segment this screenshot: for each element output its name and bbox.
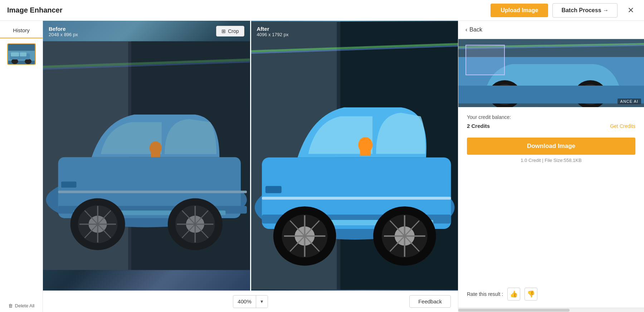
bottom-bar: 400% ▼ Feedback	[43, 291, 458, 312]
preview-selector-box[interactable]	[465, 45, 505, 75]
scroll-thumb[interactable]	[458, 309, 570, 312]
before-label: Before 2048 x 896 px	[49, 26, 78, 37]
after-label: After 4096 x 1792 px	[257, 26, 289, 37]
thumbs-up-icon: 👍	[510, 290, 518, 298]
feedback-button[interactable]: Feedback	[409, 295, 451, 308]
svg-rect-34	[43, 41, 250, 270]
zoom-value: 400%	[233, 296, 256, 308]
close-button[interactable]: ✕	[625, 4, 637, 16]
right-panel: ‹ Back AN	[458, 21, 644, 312]
scroll-track[interactable]	[458, 308, 644, 312]
svg-rect-5	[11, 52, 19, 56]
back-button[interactable]: ‹ Back	[465, 27, 482, 33]
watermark: ANCE AI	[618, 99, 641, 104]
svg-rect-70	[458, 86, 644, 104]
image-comparison-area: Before 2048 x 896 px ⊞ Crop	[43, 21, 458, 312]
batch-process-button[interactable]: Batch Process →	[552, 3, 618, 18]
thumbs-down-button[interactable]: 👎	[525, 288, 537, 301]
svg-rect-6	[20, 52, 26, 56]
file-info: 1.0 Credit | File Size:558.1KB	[467, 158, 635, 163]
svg-rect-61	[360, 149, 371, 156]
svg-rect-42	[262, 197, 451, 200]
before-text: Before	[49, 26, 78, 32]
back-arrow-icon: ‹	[465, 27, 467, 33]
app-title: Image Enhancer	[7, 6, 491, 14]
back-label: Back	[469, 27, 482, 33]
image-panels: Before 2048 x 896 px ⊞ Crop	[43, 21, 458, 291]
right-panel-preview: ANCE AI	[458, 39, 644, 107]
upload-image-button[interactable]: Upload Image	[491, 4, 548, 17]
crop-icon: ⊞	[221, 28, 226, 34]
svg-point-3	[25, 59, 31, 64]
thumbs-up-button[interactable]: 👍	[507, 288, 520, 301]
after-image	[251, 21, 458, 291]
svg-point-2	[11, 59, 18, 64]
history-label: History	[0, 21, 43, 38]
before-dimensions: 2048 x 896 px	[49, 32, 78, 37]
history-thumbnail[interactable]	[7, 43, 36, 65]
after-panel: After 4096 x 1792 px	[251, 21, 458, 291]
trash-icon: 🗑	[8, 303, 13, 308]
before-image	[43, 21, 250, 291]
app-header: Image Enhancer Upload Image Batch Proces…	[0, 0, 644, 21]
crop-label: Crop	[228, 28, 239, 34]
rate-label: Rate this result :	[467, 291, 503, 297]
get-credits-link[interactable]: Get Credits	[610, 123, 635, 129]
credit-row: 2 Credits Get Credits	[467, 123, 635, 129]
credit-count: 2 Credits	[467, 123, 490, 129]
before-panel: Before 2048 x 896 px ⊞ Crop	[43, 21, 250, 291]
sidebar: History 🗑 Delete All	[0, 21, 43, 312]
thumbs-down-icon: 👎	[527, 290, 535, 298]
delete-all-label: Delete All	[15, 303, 35, 308]
crop-button[interactable]: ⊞ Crop	[216, 26, 244, 37]
download-image-button[interactable]: Download Image	[467, 138, 635, 155]
svg-rect-43	[265, 186, 281, 193]
credit-balance-label: Your credit balance:	[467, 114, 635, 120]
after-text: After	[257, 26, 289, 32]
delete-all-button[interactable]: 🗑 Delete All	[8, 298, 35, 312]
right-panel-header: ‹ Back	[458, 21, 644, 39]
panel-divider	[250, 21, 251, 291]
right-panel-content: Your credit balance: 2 Credits Get Credi…	[458, 107, 644, 308]
rate-row: Rate this result : 👍 👎	[467, 288, 635, 301]
main-area: History 🗑 Delete All Before 204	[0, 21, 644, 312]
zoom-control[interactable]: 400% ▼	[233, 295, 268, 308]
after-dimensions: 4096 x 1792 px	[257, 32, 289, 37]
zoom-dropdown-arrow[interactable]: ▼	[256, 296, 268, 308]
